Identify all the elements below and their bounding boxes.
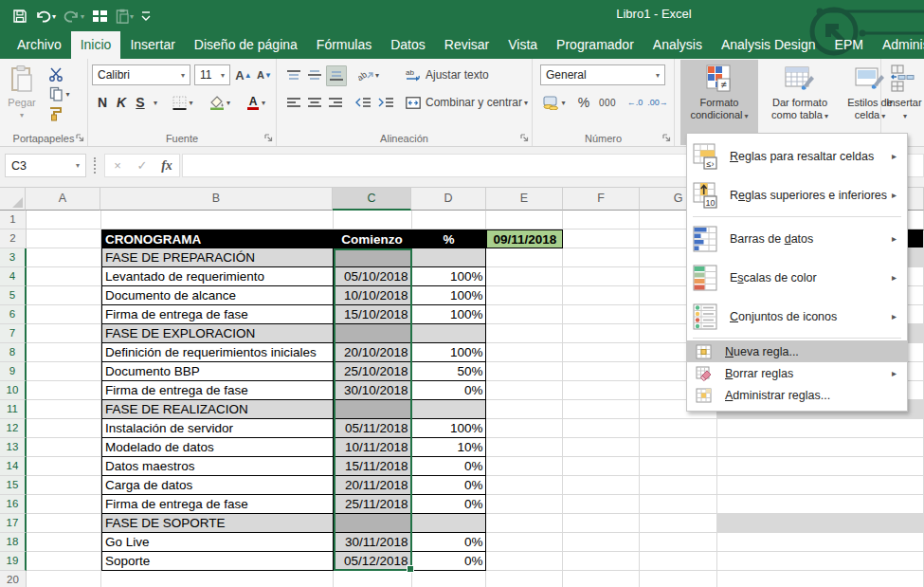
row-header-14[interactable]: 14 bbox=[0, 457, 27, 476]
cell-D6[interactable]: 100% bbox=[412, 305, 487, 324]
cell-F3[interactable] bbox=[563, 248, 640, 267]
cell-F19[interactable] bbox=[563, 552, 640, 571]
cell-A15[interactable] bbox=[27, 476, 101, 495]
tab-dise-o-de-p-gina[interactable]: Diseño de página bbox=[185, 31, 307, 59]
tab-revisar[interactable]: Revisar bbox=[435, 31, 498, 59]
cell-G13[interactable] bbox=[640, 438, 717, 457]
cell-filler18[interactable] bbox=[717, 533, 924, 552]
align-right-icon[interactable] bbox=[326, 93, 345, 112]
cell-C5[interactable]: 10/10/2018 bbox=[334, 286, 412, 305]
row-header-1[interactable]: 1 bbox=[0, 211, 27, 229]
row-header-13[interactable]: 13 bbox=[0, 438, 27, 457]
font-size-combo[interactable]: 11 ▾ bbox=[194, 64, 230, 85]
row-header-20[interactable]: 20 bbox=[0, 571, 27, 587]
row-header-7[interactable]: 7 bbox=[0, 324, 27, 343]
tab-vista[interactable]: Vista bbox=[498, 31, 547, 59]
cell-E17[interactable] bbox=[486, 514, 563, 533]
undo-dropdown-icon[interactable]: ▾ bbox=[52, 12, 56, 21]
menu-item-new-rule[interactable]: Nueva regla... bbox=[687, 340, 907, 362]
cell-filler16[interactable] bbox=[717, 495, 924, 514]
cell-F9[interactable] bbox=[563, 362, 640, 381]
cell-C11[interactable] bbox=[334, 400, 412, 419]
cell-filler17[interactable] bbox=[717, 514, 924, 533]
cell-F13[interactable] bbox=[563, 438, 640, 457]
cell-B2[interactable]: CRONOGRAMA bbox=[101, 229, 334, 248]
cell-A5[interactable] bbox=[27, 286, 101, 305]
wrap-text-button[interactable]: ab Ajustar texto bbox=[406, 65, 519, 84]
cell-E9[interactable] bbox=[486, 362, 563, 381]
underline-button[interactable]: S bbox=[132, 93, 149, 112]
row-header-5[interactable]: 5 bbox=[0, 286, 27, 305]
cell-A14[interactable] bbox=[27, 457, 101, 476]
cell-E3[interactable] bbox=[486, 248, 563, 267]
cell-F15[interactable] bbox=[563, 476, 640, 495]
cell-B3[interactable]: FASE DE PREPARACIÓN bbox=[101, 248, 334, 267]
cell-B15[interactable]: Carga de datos bbox=[101, 476, 334, 495]
cell-A8[interactable] bbox=[27, 343, 101, 362]
cell-G16[interactable] bbox=[640, 495, 717, 514]
cell-C9[interactable]: 25/10/2018 bbox=[334, 362, 412, 381]
cell-D16[interactable]: 0% bbox=[412, 495, 487, 514]
cell-C6[interactable]: 15/10/2018 bbox=[334, 305, 412, 324]
number-format-dropdown-icon[interactable]: ▾ bbox=[651, 71, 664, 80]
cell-C7[interactable] bbox=[334, 324, 412, 343]
row-header-8[interactable]: 8 bbox=[0, 343, 27, 362]
cell-B4[interactable]: Levantado de requerimiento bbox=[101, 267, 334, 286]
redo-button[interactable]: ▾ bbox=[61, 5, 87, 28]
underline-dropdown-icon[interactable]: ▾ bbox=[149, 93, 160, 112]
column-header-D[interactable]: D bbox=[411, 188, 486, 211]
cell-F4[interactable] bbox=[563, 267, 640, 286]
menu-item-data-bars[interactable]: Barras de datos ▸ bbox=[687, 219, 907, 258]
cell-filler14[interactable] bbox=[717, 457, 924, 476]
cell-G20[interactable] bbox=[640, 571, 717, 587]
cell-D8[interactable]: 100% bbox=[412, 343, 487, 362]
cell-E1[interactable] bbox=[486, 211, 563, 229]
tab-epm[interactable]: EPM bbox=[825, 31, 873, 59]
cell-C17[interactable] bbox=[334, 514, 412, 533]
cell-B17[interactable]: FASE DE SOPORTE bbox=[101, 514, 334, 533]
cell-C10[interactable]: 30/10/2018 bbox=[334, 381, 412, 400]
cell-A16[interactable] bbox=[27, 495, 101, 514]
cell-B10[interactable]: Firma de entrega de fase bbox=[101, 381, 334, 400]
cell-D13[interactable]: 10% bbox=[412, 438, 487, 457]
cell-B1[interactable] bbox=[101, 211, 334, 229]
row-header-12[interactable]: 12 bbox=[0, 419, 27, 438]
cell-E6[interactable] bbox=[486, 305, 563, 324]
menu-item-clear-rules[interactable]: Borrar reglas ▸ bbox=[687, 362, 907, 384]
cell-A19[interactable] bbox=[27, 552, 101, 571]
decrease-indent-icon[interactable] bbox=[353, 93, 373, 112]
customize-qat-icon[interactable] bbox=[138, 5, 154, 28]
cell-B9[interactable]: Documento BBP bbox=[101, 362, 334, 381]
cell-F10[interactable] bbox=[563, 381, 640, 400]
accounting-format-icon[interactable]: ▾ bbox=[538, 93, 571, 112]
cell-C19[interactable]: 05/12/2018 bbox=[334, 552, 412, 571]
orientation-icon[interactable]: ab ▾ bbox=[353, 65, 385, 84]
cell-E20[interactable] bbox=[486, 571, 563, 587]
merge-center-button[interactable]: Combinar y centrar ▾ bbox=[406, 93, 531, 112]
cell-E12[interactable] bbox=[486, 419, 563, 438]
cell-B14[interactable]: Datos maestros bbox=[101, 457, 334, 476]
cell-G14[interactable] bbox=[640, 457, 717, 476]
cell-G17[interactable] bbox=[640, 514, 717, 533]
cell-F7[interactable] bbox=[563, 324, 640, 343]
cancel-icon[interactable]: × bbox=[105, 158, 130, 173]
cell-C13[interactable]: 10/11/2018 bbox=[334, 438, 412, 457]
cell-E14[interactable] bbox=[486, 457, 563, 476]
cell-E11[interactable] bbox=[486, 400, 563, 419]
format-painter-icon[interactable] bbox=[45, 105, 66, 122]
cell-F20[interactable] bbox=[563, 571, 640, 587]
alignment-dialog-launcher-icon[interactable] bbox=[520, 134, 530, 143]
cell-filler15[interactable] bbox=[717, 476, 924, 495]
name-box-dropdown-icon[interactable]: ▾ bbox=[70, 161, 85, 170]
menu-item-highlight-cells-rules[interactable]: ≤› Reglas para resaltar celdas ▸ bbox=[687, 137, 907, 175]
cell-filler20[interactable] bbox=[717, 571, 924, 587]
undo-button[interactable]: ▾ bbox=[32, 5, 59, 28]
row-header-4[interactable]: 4 bbox=[0, 267, 27, 286]
cell-D14[interactable]: 0% bbox=[412, 457, 487, 476]
row-header-10[interactable]: 10 bbox=[0, 381, 27, 400]
cell-C4[interactable]: 05/10/2018 bbox=[334, 267, 412, 286]
clipboard-dialog-launcher-icon[interactable] bbox=[76, 134, 85, 143]
cell-A9[interactable] bbox=[27, 362, 101, 381]
increase-decimal-icon[interactable]: ←.0 bbox=[624, 93, 646, 112]
cell-F1[interactable] bbox=[563, 211, 640, 229]
